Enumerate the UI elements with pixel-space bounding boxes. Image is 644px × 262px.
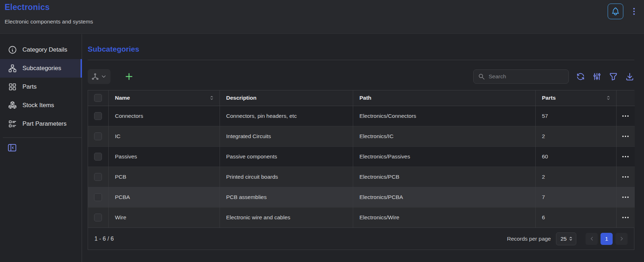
ellipsis-icon bbox=[621, 193, 630, 201]
sidebar-item-subcategories[interactable]: Subcategories bbox=[0, 59, 82, 78]
collapse-sidebar-button[interactable] bbox=[7, 143, 17, 153]
row-checkbox[interactable] bbox=[94, 173, 102, 181]
sidebar-item-label: Parts bbox=[22, 83, 37, 90]
dots-vertical-icon bbox=[629, 6, 639, 16]
row-checkbox[interactable] bbox=[94, 153, 102, 161]
selector-icon bbox=[568, 236, 573, 241]
row-checkbox[interactable] bbox=[94, 214, 102, 221]
cell-description: PCB assemblies bbox=[220, 187, 353, 207]
sidebar-item-stock-items[interactable]: Stock Items bbox=[0, 96, 82, 115]
section-divider bbox=[88, 60, 634, 60]
subcategories-table: Name Description Path bbox=[88, 90, 634, 250]
cell-name: IC bbox=[108, 126, 220, 146]
cell-description: Integrated Circuits bbox=[220, 126, 353, 146]
table-row[interactable]: Wire Electronic wire and cables Electron… bbox=[88, 207, 635, 227]
sidebar-item-label: Subcategories bbox=[22, 65, 61, 72]
page-size-select[interactable]: 25 bbox=[556, 232, 576, 245]
column-label: Name bbox=[115, 95, 130, 101]
row-actions-button[interactable] bbox=[621, 132, 630, 141]
header-actions bbox=[608, 4, 639, 19]
list-details-icon bbox=[8, 119, 17, 129]
row-actions-button[interactable] bbox=[621, 213, 630, 222]
column-header-name[interactable]: Name bbox=[108, 90, 220, 106]
table-row[interactable]: Connectors Connectors, pin headers, etc … bbox=[88, 106, 635, 126]
filter-button[interactable] bbox=[609, 72, 618, 81]
add-subcategory-button[interactable] bbox=[124, 72, 134, 82]
next-page-button[interactable] bbox=[615, 233, 628, 245]
table-settings-button[interactable] bbox=[592, 72, 602, 81]
column-header-parts[interactable]: Parts bbox=[535, 90, 616, 106]
row-actions-button[interactable] bbox=[621, 112, 630, 120]
table-row[interactable]: PCBA PCB assemblies Electronics/PCBA 7 bbox=[88, 187, 635, 207]
refresh-button[interactable] bbox=[576, 72, 585, 81]
tree-view-icon bbox=[91, 73, 99, 80]
row-actions-button[interactable] bbox=[621, 173, 630, 181]
search-input[interactable] bbox=[489, 73, 564, 80]
tree-view-button[interactable] bbox=[88, 69, 110, 84]
row-checkbox[interactable] bbox=[94, 132, 102, 140]
cell-name: PCBA bbox=[108, 187, 220, 207]
column-header-path[interactable]: Path bbox=[353, 90, 535, 106]
cell-name: Connectors bbox=[108, 106, 220, 126]
cell-parts: 60 bbox=[535, 146, 616, 167]
column-header-actions bbox=[616, 90, 635, 106]
row-checkbox[interactable] bbox=[94, 112, 102, 120]
column-header-description[interactable]: Description bbox=[220, 90, 353, 106]
ellipsis-icon bbox=[621, 213, 630, 222]
cell-description: Printed circuit boards bbox=[220, 167, 353, 187]
page-size-value: 25 bbox=[561, 236, 567, 242]
bell-icon bbox=[611, 7, 620, 16]
row-checkbox[interactable] bbox=[94, 193, 102, 201]
sidebar-item-label: Category Details bbox=[22, 46, 67, 53]
cell-path: Electronics/Connectors bbox=[353, 106, 535, 126]
sidebar-item-label: Stock Items bbox=[22, 102, 54, 109]
column-label: Description bbox=[226, 95, 257, 101]
table-row[interactable]: PCB Printed circuit boards Electronics/P… bbox=[88, 167, 635, 187]
cell-name: Wire bbox=[108, 207, 220, 227]
select-all-checkbox[interactable] bbox=[94, 94, 102, 102]
sidebar-item-label: Part Parameters bbox=[22, 120, 67, 127]
column-label: Path bbox=[360, 95, 372, 101]
sidebar-item-parts[interactable]: Parts bbox=[0, 78, 82, 96]
adjustments-icon bbox=[592, 72, 602, 81]
main-panel: Subcategories bbox=[82, 34, 644, 262]
row-actions-button[interactable] bbox=[621, 193, 630, 201]
table-row[interactable]: Passives Passive components Electronics/… bbox=[88, 146, 635, 167]
cell-description: Electronic wire and cables bbox=[220, 207, 353, 227]
sidebar-collapse-icon bbox=[7, 143, 17, 153]
packages-icon bbox=[8, 101, 17, 110]
sidebar-item-part-parameters[interactable]: Part Parameters bbox=[0, 115, 82, 133]
page-1-button[interactable]: 1 bbox=[601, 233, 613, 245]
search-icon bbox=[478, 73, 485, 80]
sort-icon bbox=[606, 95, 611, 101]
ellipsis-icon bbox=[621, 112, 630, 120]
sidebar: Category Details Subcategories Parts bbox=[0, 34, 82, 262]
cell-description: Connectors, pin headers, etc bbox=[220, 106, 353, 126]
cell-parts: 2 bbox=[535, 126, 616, 146]
cell-parts: 6 bbox=[535, 207, 616, 227]
ellipsis-icon bbox=[621, 152, 630, 161]
cell-name: Passives bbox=[108, 146, 220, 167]
chevron-right-icon bbox=[619, 236, 625, 242]
cell-parts: 7 bbox=[535, 187, 616, 207]
cell-path: Electronics/Wire bbox=[353, 207, 535, 227]
cell-parts: 2 bbox=[535, 167, 616, 187]
sidebar-divider bbox=[3, 137, 82, 138]
download-button[interactable] bbox=[625, 72, 634, 81]
table-row[interactable]: IC Integrated Circuits Electronics/IC 2 bbox=[88, 126, 635, 146]
overflow-menu-button[interactable] bbox=[629, 6, 639, 16]
page-title: Electronics bbox=[5, 2, 50, 12]
sidebar-item-category-details[interactable]: Category Details bbox=[0, 41, 82, 59]
notifications-button[interactable] bbox=[608, 4, 623, 19]
table-footer: 1 - 6 / 6 Records per page 25 bbox=[88, 227, 634, 250]
cell-description: Passive components bbox=[220, 146, 353, 167]
record-range: 1 - 6 / 6 bbox=[94, 236, 114, 242]
filter-icon bbox=[609, 72, 618, 81]
column-label: Parts bbox=[542, 95, 556, 101]
grid-icon bbox=[8, 82, 17, 91]
row-actions-button[interactable] bbox=[621, 152, 630, 161]
previous-page-button[interactable] bbox=[586, 233, 598, 245]
pagination: 1 bbox=[586, 233, 628, 245]
refresh-icon bbox=[576, 72, 585, 81]
chevron-left-icon bbox=[589, 236, 595, 242]
